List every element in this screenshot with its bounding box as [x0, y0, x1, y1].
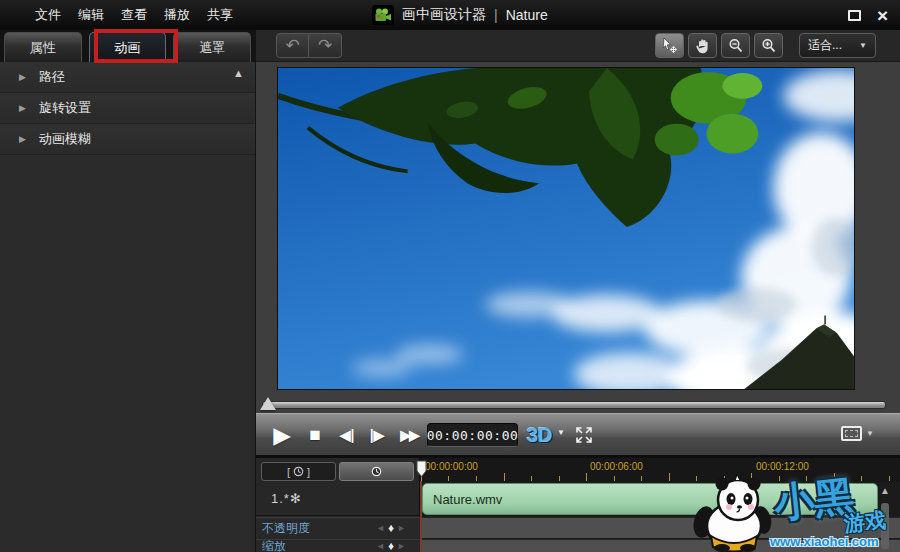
scroll-up-icon[interactable]: ▲ — [233, 67, 244, 79]
ruler-major-ticks — [421, 473, 899, 481]
fit-zoom-value: 适合... — [808, 37, 842, 54]
zoom-in-tool-button[interactable] — [754, 33, 783, 58]
app-logo-icon — [372, 5, 394, 25]
3d-mode-button[interactable]: 3D — [527, 419, 553, 451]
playhead-marker[interactable] — [416, 460, 428, 478]
app-window: 文件 编辑 查看 播放 共享 画中画设计器 | Nature × — [0, 0, 900, 552]
3d-dropdown-icon[interactable]: ▼ — [557, 428, 565, 437]
bracket-glyph: [ — [287, 466, 290, 478]
zoom-out-tool-button[interactable] — [721, 33, 750, 58]
zoom-in-icon — [761, 38, 777, 54]
section-label: 动画模糊 — [39, 130, 91, 148]
app-title: 画中画设计器 — [402, 6, 486, 24]
keyframe-all-mode-button[interactable]: [ ] — [261, 462, 336, 481]
expand-triangle-icon: ▶ — [19, 72, 26, 82]
chevron-down-icon: ▼ — [859, 41, 867, 50]
timecode-field[interactable]: 00:00:00:00 — [427, 423, 518, 447]
scrollbar-thumb[interactable] — [881, 503, 889, 549]
expand-triangle-icon: ▶ — [19, 134, 26, 144]
prev-keyframe-icon[interactable]: ◄ — [376, 523, 385, 533]
title-separator: | — [494, 7, 498, 23]
window-controls: × — [848, 0, 888, 30]
seek-bar-track[interactable] — [262, 401, 886, 409]
fit-zoom-dropdown[interactable]: 适合... ▼ — [799, 33, 876, 58]
timeline-header-column: [ ] 1.*✻ 不透明度 — [256, 458, 420, 552]
section-label: 路径 — [39, 68, 65, 86]
chevron-down-icon: ▼ — [866, 429, 874, 438]
keyframe-mode-buttons: [ ] — [261, 462, 414, 481]
tab-attributes[interactable]: 属性 — [4, 32, 82, 62]
previous-frame-button[interactable]: ◀| — [333, 414, 361, 456]
panel-tabs: 属性 动画 遮罩 — [0, 30, 255, 62]
timeline-scrollbar: ▲ — [877, 483, 893, 552]
stop-button[interactable]: ■ — [301, 414, 329, 456]
expand-triangle-icon: ▶ — [19, 103, 26, 113]
fast-forward-button[interactable]: ▶▶ — [393, 414, 425, 456]
add-keyframe-icon[interactable]: ♦ — [388, 521, 394, 535]
animation-sections: ▶ 路径 ▶ 旋转设置 ▶ 动画模糊 ▲ — [0, 62, 255, 155]
opacity-track-strip[interactable] — [422, 517, 900, 538]
next-keyframe-icon[interactable]: ► — [397, 541, 406, 551]
clock-icon — [371, 466, 382, 477]
playback-bar: ▶ ■ ◀| |▶ ▶▶ 00:00:00:00 3D ▼ ▼ — [256, 413, 900, 458]
pan-tool-button[interactable] — [688, 33, 717, 58]
scale-param-row[interactable]: 缩放 ◄ ♦ ► — [256, 539, 420, 552]
scale-track-strip[interactable] — [422, 539, 900, 552]
menubar: 文件 编辑 查看 播放 共享 — [35, 0, 233, 30]
next-frame-button[interactable]: |▶ — [363, 414, 391, 456]
undo-redo-group: ↶ ↷ — [276, 33, 342, 58]
section-motion-blur[interactable]: ▶ 动画模糊 — [0, 124, 255, 155]
opacity-param-row[interactable]: 不透明度 ◄ ♦ ► — [256, 517, 420, 538]
next-keyframe-icon[interactable]: ► — [397, 523, 406, 533]
tab-mask[interactable]: 遮罩 — [173, 32, 251, 62]
display-mode-dropdown[interactable]: ▼ — [841, 426, 874, 441]
video-clip[interactable]: Nature.wmv — [422, 483, 878, 515]
play-button[interactable]: ▶ — [268, 414, 296, 456]
prev-keyframe-icon[interactable]: ◄ — [376, 541, 385, 551]
tab-animation[interactable]: 动画 — [89, 32, 167, 62]
scroll-up-icon[interactable]: ▲ — [877, 485, 893, 496]
move-select-tool-button[interactable] — [655, 33, 684, 58]
clock-icon — [293, 466, 304, 477]
seek-bar-thumb[interactable] — [260, 397, 276, 410]
seek-bar-area — [256, 396, 900, 413]
video-preview[interactable] — [277, 67, 855, 390]
ruler-tick-label: 00:00:06:00 — [590, 461, 643, 472]
track-label: 1.*✻ — [271, 491, 302, 506]
video-frame-image — [278, 68, 854, 389]
section-label: 旋转设置 — [39, 99, 91, 117]
expand-arrows-icon — [574, 426, 594, 444]
maximize-icon[interactable] — [848, 10, 861, 21]
screen-frame-icon — [841, 426, 862, 441]
redo-icon: ↷ — [318, 35, 332, 56]
document-title: Nature — [506, 7, 548, 23]
keyframe-single-mode-button[interactable] — [339, 462, 414, 481]
keyframe-controls: ◄ ♦ ► — [376, 539, 406, 552]
param-label: 缩放 — [262, 538, 286, 552]
menu-edit[interactable]: 编辑 — [78, 6, 104, 24]
section-rotation-settings[interactable]: ▶ 旋转设置 — [0, 93, 255, 124]
bracket-glyph: ] — [307, 466, 310, 478]
preview-panel — [256, 62, 900, 396]
close-icon[interactable]: × — [877, 6, 888, 25]
timeline-ruler[interactable]: 00:00:00:00 00:00:06:00 00:00:12:00 — [420, 458, 900, 482]
redo-button[interactable]: ↷ — [309, 33, 342, 58]
menu-play[interactable]: 播放 — [164, 6, 190, 24]
undo-icon: ↶ — [285, 35, 299, 56]
zoom-out-icon — [728, 38, 744, 54]
timeline-panel: [ ] 1.*✻ 不透明度 — [256, 458, 900, 552]
clip-name: Nature.wmv — [433, 492, 502, 507]
menu-view[interactable]: 查看 — [121, 6, 147, 24]
ruler-tick-label: 00:00:00:00 — [425, 461, 478, 472]
hand-icon — [695, 38, 710, 54]
add-keyframe-icon[interactable]: ♦ — [388, 539, 394, 552]
menu-file[interactable]: 文件 — [35, 6, 61, 24]
section-path[interactable]: ▶ 路径 — [0, 62, 255, 93]
titlebar: 文件 编辑 查看 播放 共享 画中画设计器 | Nature × — [0, 0, 900, 30]
param-label: 不透明度 — [262, 520, 310, 537]
fullscreen-button[interactable] — [570, 414, 598, 456]
menu-share[interactable]: 共享 — [207, 6, 233, 24]
move-cursor-icon — [661, 37, 678, 54]
track-header[interactable]: 1.*✻ — [256, 482, 420, 516]
undo-button[interactable]: ↶ — [276, 33, 309, 58]
